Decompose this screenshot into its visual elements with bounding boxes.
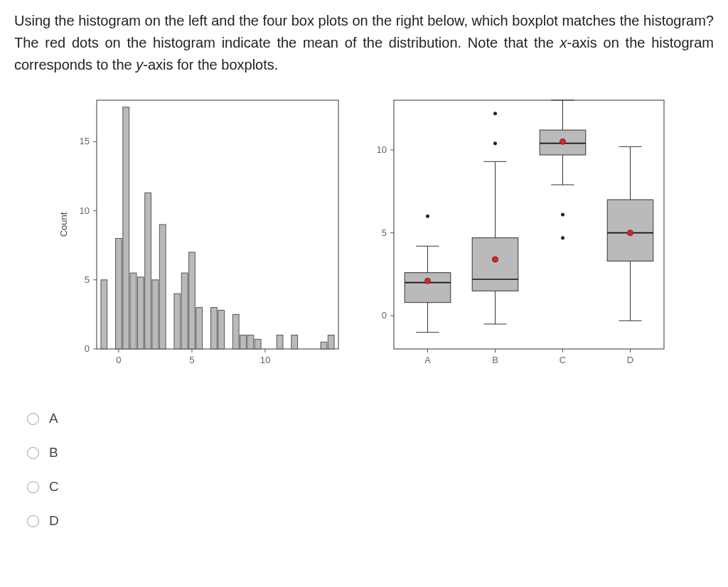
svg-text:Count: Count [58,212,69,237]
svg-text:5: 5 [382,227,387,238]
histogram-chart: 0510150510Count [54,93,346,377]
option-label: B [49,445,58,461]
svg-rect-36 [321,342,327,349]
svg-point-64 [493,141,497,145]
svg-point-65 [493,112,497,115]
svg-rect-22 [152,280,159,349]
svg-point-63 [493,257,498,262]
svg-text:0: 0 [85,343,90,354]
svg-point-75 [561,213,564,217]
svg-rect-26 [189,252,196,349]
svg-rect-30 [232,314,239,349]
svg-rect-37 [328,335,334,349]
svg-text:0: 0 [382,310,387,321]
radio-icon [27,447,39,459]
svg-point-53 [425,278,431,284]
svg-rect-18 [123,107,129,349]
option-d[interactable]: D [27,504,714,538]
svg-text:A: A [424,355,431,365]
radio-icon [27,413,39,425]
svg-text:10: 10 [377,144,387,155]
svg-text:15: 15 [80,136,90,146]
option-a[interactable]: A [27,402,714,436]
option-label: D [49,513,59,529]
svg-rect-24 [174,294,181,349]
option-label: C [49,479,59,495]
svg-rect-19 [130,273,136,349]
option-b[interactable]: B [27,436,714,470]
svg-rect-17 [116,238,122,349]
svg-text:5: 5 [189,355,194,365]
svg-rect-20 [137,277,144,349]
option-label: A [49,411,58,426]
svg-rect-29 [218,311,225,349]
answer-options: A B C D [27,402,714,538]
svg-rect-23 [159,225,166,349]
svg-text:10: 10 [260,355,270,365]
svg-text:0: 0 [116,355,121,365]
boxplot-chart: 0510ABCD [358,93,671,377]
svg-rect-27 [196,308,203,349]
question-text: Using the histogram on the left and the … [14,10,714,76]
svg-rect-33 [255,339,261,349]
svg-point-74 [560,139,566,144]
svg-rect-31 [240,335,247,349]
svg-rect-32 [247,335,254,349]
option-c[interactable]: C [27,470,714,504]
svg-rect-28 [210,308,217,349]
charts-row: 0510150510Count 0510ABCD [54,93,714,377]
svg-point-54 [426,215,429,218]
svg-rect-61 [472,238,518,291]
svg-rect-16 [101,280,107,349]
svg-text:C: C [560,355,566,365]
svg-text:5: 5 [85,274,90,285]
svg-rect-51 [405,273,451,303]
svg-point-76 [561,236,564,239]
radio-icon [27,515,39,527]
svg-point-85 [628,230,633,236]
svg-text:B: B [492,355,498,365]
svg-rect-21 [145,193,151,349]
svg-rect-34 [277,335,283,349]
svg-text:10: 10 [80,205,90,216]
svg-rect-25 [181,273,188,349]
radio-icon [27,481,39,493]
svg-rect-35 [291,335,298,349]
svg-text:D: D [627,355,633,365]
